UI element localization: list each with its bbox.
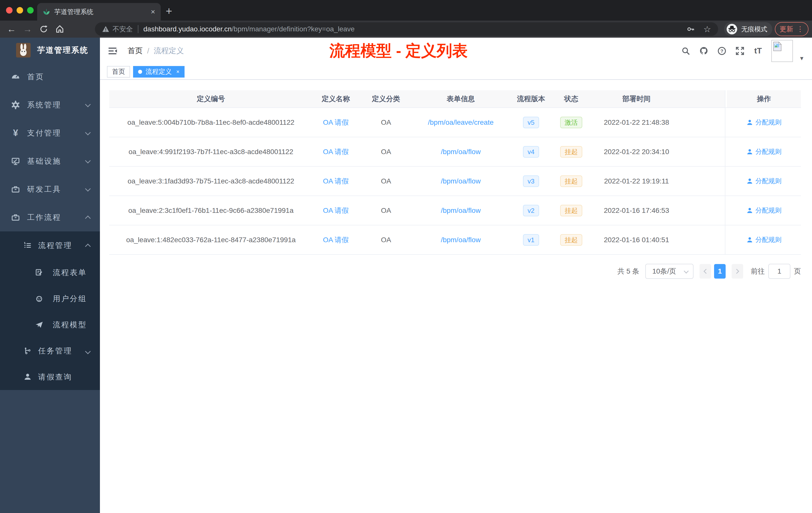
sidebar-item-task-mgmt[interactable]: 任务管理 bbox=[0, 338, 100, 364]
column-header: 表单信息 bbox=[413, 94, 509, 104]
sidebar-item-workflow[interactable]: 工作流程 bbox=[0, 203, 100, 232]
github-icon[interactable] bbox=[699, 46, 708, 56]
svg-text:?: ? bbox=[720, 48, 723, 54]
assign-rule-button[interactable]: 分配规则 bbox=[747, 235, 782, 244]
fullscreen-icon[interactable] bbox=[735, 46, 745, 56]
breadcrumb: 首页 / 流程定义 bbox=[127, 46, 184, 56]
tag-home[interactable]: 首页 bbox=[107, 66, 130, 78]
sidebar-item-payment[interactable]: ¥ 支付管理 bbox=[0, 119, 100, 147]
chevron-down-icon bbox=[684, 269, 689, 274]
sidebar-item-home[interactable]: 首页 bbox=[0, 63, 100, 91]
form-link[interactable]: /bpm/oa/flow bbox=[441, 177, 481, 185]
help-icon[interactable]: ? bbox=[717, 46, 727, 56]
form-link[interactable]: /bpm/oa/leave/create bbox=[428, 118, 494, 126]
reload-button[interactable] bbox=[39, 25, 48, 34]
fixed-column-divider bbox=[725, 225, 727, 254]
maximize-window-button[interactable] bbox=[27, 7, 34, 13]
definition-name-link[interactable]: OA 请假 bbox=[323, 147, 349, 157]
sidebar-item-leave-query[interactable]: 请假查询 bbox=[0, 364, 100, 390]
logo-avatar bbox=[16, 43, 31, 58]
password-key-icon[interactable] bbox=[687, 25, 695, 33]
fixed-column-divider bbox=[725, 196, 727, 225]
table-row: oa_leave:1:482ec033-762a-11ec-8477-a2380… bbox=[109, 225, 801, 255]
form-link[interactable]: /bpm/oa/flow bbox=[441, 148, 481, 156]
definition-name-link[interactable]: OA 请假 bbox=[323, 206, 349, 215]
page-size-select[interactable]: 10条/页 bbox=[645, 264, 694, 279]
chevron-down-icon bbox=[85, 130, 91, 135]
status-badge: 挂起 bbox=[560, 175, 582, 187]
workflow-icon bbox=[11, 213, 20, 222]
annotation-title: 流程模型 - 定义列表 bbox=[329, 40, 468, 61]
goto-page-input[interactable] bbox=[768, 264, 790, 279]
home-button[interactable] bbox=[55, 25, 64, 34]
sidebar-item-user-group[interactable]: 用户分组 bbox=[0, 285, 100, 312]
minimize-window-button[interactable] bbox=[17, 7, 23, 13]
tag-close-icon[interactable]: × bbox=[176, 68, 179, 75]
form-link[interactable]: /bpm/oa/flow bbox=[441, 207, 481, 215]
sidebar-collapse-icon[interactable] bbox=[108, 46, 117, 56]
tab-title: 芋道管理系统 bbox=[54, 7, 147, 16]
address-bar[interactable]: 不安全 dashboard.yudao.iocoder.cn/bpm/manag… bbox=[95, 22, 718, 36]
sidebar: 芋道管理系统 首页 bbox=[0, 38, 100, 513]
broken-image-icon bbox=[773, 41, 782, 52]
browser-menu-icon[interactable]: ⋮ bbox=[797, 26, 804, 33]
app-title: 芋道管理系统 bbox=[37, 45, 88, 56]
table-row: oa_leave:2:3c1f0ef1-76b1-11ec-9c66-a2380… bbox=[109, 196, 801, 225]
definition-name-link[interactable]: OA 请假 bbox=[323, 118, 349, 127]
definition-category: OA bbox=[359, 148, 413, 156]
sidebar-item-devtools[interactable]: 研发工具 bbox=[0, 175, 100, 203]
sidebar-item-label: 请假查询 bbox=[38, 372, 72, 382]
avatar-caret-icon[interactable]: ▼ bbox=[799, 55, 805, 62]
search-icon[interactable] bbox=[681, 46, 691, 56]
form-link[interactable]: /bpm/oa/flow bbox=[441, 236, 481, 244]
next-page-button[interactable] bbox=[732, 264, 743, 279]
definition-name-link[interactable]: OA 请假 bbox=[323, 176, 349, 186]
back-button[interactable]: ← bbox=[7, 25, 16, 34]
user-avatar[interactable] bbox=[771, 40, 793, 62]
url-separator bbox=[138, 25, 138, 33]
update-label: 更新 bbox=[780, 25, 793, 34]
sidebar-item-process-mgmt[interactable]: 流程管理 bbox=[0, 232, 100, 260]
status-badge: 挂起 bbox=[560, 146, 582, 158]
definition-name-link[interactable]: OA 请假 bbox=[323, 235, 349, 245]
pagination: 共 5 条 10条/页 1 前往 页 bbox=[109, 264, 801, 279]
assign-rule-button[interactable]: 分配规则 bbox=[747, 118, 782, 127]
sidebar-item-system[interactable]: 系统管理 bbox=[0, 91, 100, 119]
breadcrumb-home[interactable]: 首页 bbox=[127, 46, 143, 56]
column-header: 状态 bbox=[554, 94, 589, 104]
incognito-badge: 无痕模式 bbox=[724, 22, 772, 36]
sidebar-item-label: 支付管理 bbox=[27, 128, 61, 138]
new-tab-button[interactable]: + bbox=[166, 5, 172, 17]
chevron-up-icon bbox=[85, 244, 91, 249]
assign-rule-button[interactable]: 分配规则 bbox=[747, 177, 782, 185]
security-label[interactable]: 不安全 bbox=[113, 25, 133, 34]
sidebar-item-label: 流程表单 bbox=[53, 268, 87, 278]
task-tree-icon bbox=[23, 346, 32, 355]
tag-process-definition[interactable]: 流程定义 × bbox=[133, 66, 184, 78]
current-page[interactable]: 1 bbox=[714, 264, 726, 279]
chevron-down-icon bbox=[85, 158, 91, 163]
table-row: oa_leave:3:1fad3d93-7b75-11ec-a3c8-acde4… bbox=[109, 167, 801, 196]
column-header: 定义名称 bbox=[313, 94, 359, 104]
assign-rule-button[interactable]: 分配规则 bbox=[747, 206, 782, 215]
bookmark-star-icon[interactable]: ☆ bbox=[703, 25, 711, 33]
close-window-button[interactable] bbox=[6, 7, 12, 13]
incognito-icon bbox=[726, 23, 738, 35]
sidebar-item-process-form[interactable]: 流程表单 bbox=[0, 260, 100, 285]
assign-rule-button[interactable]: 分配规则 bbox=[747, 147, 782, 156]
table-row: oa_leave:5:004b710b-7b8a-11ec-8ef0-acde4… bbox=[109, 108, 801, 137]
font-size-icon[interactable]: tT bbox=[753, 46, 763, 56]
forward-button[interactable]: → bbox=[23, 25, 32, 34]
definition-category: OA bbox=[359, 118, 413, 126]
browser-update-button[interactable]: 更新 ⋮ bbox=[775, 22, 809, 36]
tab-close-icon[interactable]: × bbox=[151, 8, 155, 16]
status-badge: 挂起 bbox=[560, 234, 582, 246]
user-icon bbox=[747, 207, 753, 214]
sidebar-item-label: 用户分组 bbox=[53, 294, 87, 304]
browser-tab[interactable]: 芋道管理系统 × bbox=[37, 3, 161, 21]
monitor-icon bbox=[11, 157, 20, 165]
sidebar-item-process-model[interactable]: 流程模型 bbox=[0, 312, 100, 338]
table-header-row: 定义编号 定义名称 定义分类 表单信息 流程版本 状态 部署时间 操作 bbox=[109, 90, 801, 108]
sidebar-item-infra[interactable]: 基础设施 bbox=[0, 147, 100, 175]
prev-page-button[interactable] bbox=[699, 264, 711, 279]
